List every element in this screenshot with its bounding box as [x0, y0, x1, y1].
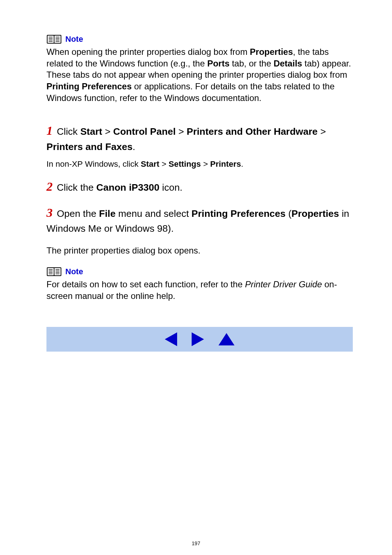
step-number: 3 [46, 204, 53, 222]
step-text: Open the File menu and select Printing P… [46, 208, 349, 234]
note-label: Note [65, 35, 83, 44]
page-number: 197 [0, 540, 392, 546]
step-text: Click the Canon iP3300 icon. [57, 182, 182, 193]
step-main: 1 Click Start > Control Panel > Printers… [46, 122, 353, 154]
note-block-2: Note For details on how to set each func… [46, 267, 353, 301]
note-body-1: When opening the printer properties dial… [46, 46, 353, 104]
note-header: Note [46, 35, 353, 44]
note-header: Note [46, 267, 353, 276]
book-icon [46, 267, 62, 276]
note-body-2: For details on how to set each function,… [46, 279, 353, 301]
step-main: 3 Open the File menu and select Printing… [46, 204, 353, 236]
svg-rect-2 [54, 36, 61, 43]
step-3: 3 Open the File menu and select Printing… [46, 204, 353, 301]
step-main: 2 Click the Canon iP3300 icon. [46, 178, 353, 195]
next-button[interactable] [192, 332, 204, 346]
previous-button[interactable] [165, 332, 177, 346]
step-2: 2 Click the Canon iP3300 icon. [46, 178, 353, 195]
top-button[interactable] [219, 333, 234, 345]
step-number: 2 [46, 178, 53, 195]
svg-rect-12 [48, 268, 54, 275]
step-number: 1 [46, 122, 53, 139]
step-text: Click Start > Control Panel > Printers a… [46, 126, 326, 152]
document-page: Note When opening the printer properties… [0, 0, 392, 555]
note-label: Note [65, 267, 83, 276]
step-result: The printer properties dialog box opens. [46, 245, 353, 256]
svg-rect-1 [48, 36, 54, 43]
step-sub: In non-XP Windows, click Start > Setting… [46, 159, 353, 170]
svg-rect-13 [54, 268, 61, 275]
steps-list: 1 Click Start > Control Panel > Printers… [46, 122, 353, 301]
note-block-1: Note When opening the printer properties… [46, 35, 353, 104]
step-1: 1 Click Start > Control Panel > Printers… [46, 122, 353, 170]
nav-bar [46, 327, 353, 352]
book-icon [46, 35, 62, 44]
